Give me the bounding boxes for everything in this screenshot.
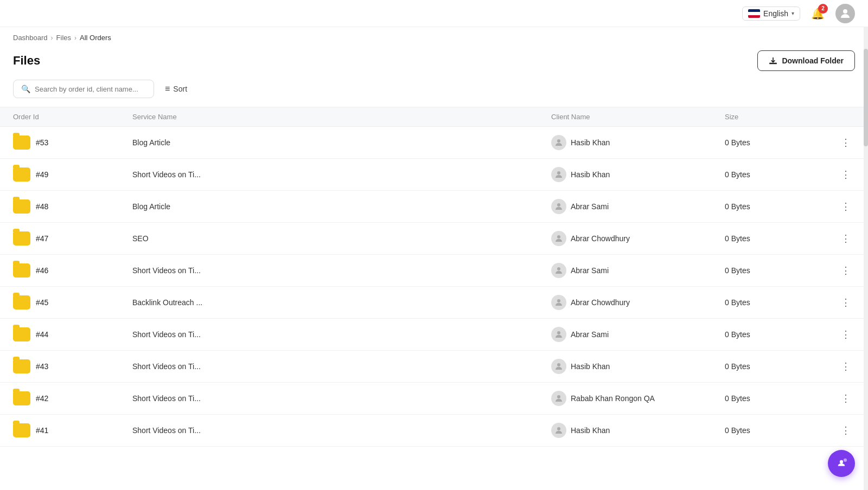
header-right: English ▾ 🔔 2 (742, 4, 855, 23)
col-order-id: Order Id (13, 113, 132, 121)
service-name: Short Videos on Ti... (132, 394, 551, 403)
client-name: Hasib Khan (571, 426, 610, 435)
table-row[interactable]: #43 Short Videos on Ti... Hasib Khan 0 B… (0, 351, 868, 383)
search-icon: 🔍 (21, 85, 30, 93)
size-cell: 0 Bytes (725, 362, 822, 371)
flag-icon (748, 9, 760, 18)
sort-icon: ≡ (165, 84, 170, 94)
sort-button[interactable]: ≡ Sort (163, 81, 189, 97)
toolbar: 🔍 ≡ Sort (0, 80, 868, 98)
action-cell: ⋮ (822, 294, 855, 311)
size-cell: 0 Bytes (725, 266, 822, 275)
table-row[interactable]: #46 Short Videos on Ti... Abrar Sami 0 B… (0, 255, 868, 287)
order-id-cell: #47 (13, 231, 132, 246)
language-label: English (763, 9, 788, 18)
client-name: Hasib Khan (571, 138, 610, 147)
language-selector[interactable]: English ▾ (742, 7, 800, 21)
client-name: Abrar Sami (571, 202, 609, 211)
order-id-cell: #48 (13, 199, 132, 214)
svg-point-1 (557, 139, 560, 143)
table-row[interactable]: #42 Short Videos on Ti... Rabab Khan Ron… (0, 383, 868, 415)
client-avatar (551, 423, 566, 438)
action-cell: ⋮ (822, 358, 855, 375)
client-cell: Hasib Khan (551, 359, 725, 374)
action-cell: ⋮ (822, 262, 855, 279)
notification-badge: 2 (818, 4, 828, 14)
more-actions-button[interactable]: ⋮ (837, 198, 855, 215)
download-folder-label: Download Folder (782, 56, 844, 65)
client-avatar (551, 135, 566, 150)
folder-icon (13, 295, 30, 310)
table-area: Order Id Service Name Client Name Size #… (0, 107, 868, 447)
client-cell: Abrar Sami (551, 263, 725, 278)
more-actions-button[interactable]: ⋮ (837, 230, 855, 247)
order-id: #44 (36, 330, 48, 339)
client-avatar (551, 295, 566, 310)
avatar[interactable] (835, 4, 855, 23)
sort-label: Sort (173, 85, 187, 93)
folder-icon (13, 423, 30, 437)
order-id-cell: #45 (13, 295, 132, 310)
col-size: Size (725, 113, 822, 121)
action-cell: ⋮ (822, 230, 855, 247)
size-cell: 0 Bytes (725, 170, 822, 179)
table-row[interactable]: #45 Backlink Outreach ... Abrar Chowdhur… (0, 287, 868, 319)
table-row[interactable]: #48 Blog Article Abrar Sami 0 Bytes ⋮ (0, 191, 868, 223)
col-service-name: Service Name (132, 113, 551, 121)
more-actions-button[interactable]: ⋮ (837, 358, 855, 375)
breadcrumb-sep-1: › (51, 34, 53, 42)
action-cell: ⋮ (822, 326, 855, 343)
service-name: Short Videos on Ti... (132, 266, 551, 275)
client-name: Abrar Sami (571, 330, 609, 339)
breadcrumb-dashboard[interactable]: Dashboard (13, 34, 48, 42)
more-actions-button[interactable]: ⋮ (837, 134, 855, 151)
download-folder-button[interactable]: Download Folder (757, 50, 855, 71)
order-id-cell: #44 (13, 327, 132, 341)
more-actions-button[interactable]: ⋮ (837, 390, 855, 407)
notification-button[interactable]: 🔔 2 (809, 5, 827, 22)
size-cell: 0 Bytes (725, 202, 822, 211)
more-actions-button[interactable]: ⋮ (837, 166, 855, 183)
table-row[interactable]: #41 Short Videos on Ti... Hasib Khan 0 B… (0, 415, 868, 447)
client-cell: Abrar Sami (551, 199, 725, 214)
folder-icon (13, 391, 30, 405)
action-cell: ⋮ (822, 422, 855, 439)
order-id: #45 (36, 298, 48, 307)
client-avatar (551, 327, 566, 342)
more-actions-button[interactable]: ⋮ (837, 326, 855, 343)
table-row[interactable]: #47 SEO Abrar Chowdhury 0 Bytes ⋮ (0, 223, 868, 255)
download-icon (769, 56, 777, 65)
order-id-cell: #49 (13, 167, 132, 182)
table-row[interactable]: #53 Blog Article Hasib Khan 0 Bytes ⋮ (0, 127, 868, 159)
action-cell: ⋮ (822, 198, 855, 215)
col-actions (822, 113, 855, 121)
scrollbar-track[interactable] (864, 27, 868, 447)
table-row[interactable]: #44 Short Videos on Ti... Abrar Sami 0 B… (0, 319, 868, 351)
more-actions-button[interactable]: ⋮ (837, 262, 855, 279)
table-row[interactable]: #49 Short Videos on Ti... Hasib Khan 0 B… (0, 159, 868, 191)
breadcrumb-files[interactable]: Files (56, 34, 71, 42)
table-header: Order Id Service Name Client Name Size (0, 107, 868, 127)
svg-point-4 (557, 235, 560, 238)
client-cell: Abrar Chowdhury (551, 295, 725, 310)
col-client-name: Client Name (551, 113, 725, 121)
client-name: Abrar Sami (571, 266, 609, 275)
page-title: Files (13, 54, 40, 68)
order-id: #42 (36, 394, 48, 403)
client-avatar (551, 231, 566, 246)
scrollbar-thumb[interactable] (864, 49, 868, 146)
service-name: Blog Article (132, 202, 551, 211)
more-actions-button[interactable]: ⋮ (837, 294, 855, 311)
service-name: Short Videos on Ti... (132, 426, 551, 435)
more-actions-button[interactable]: ⋮ (837, 422, 855, 439)
folder-icon (13, 199, 30, 214)
folder-icon (13, 359, 30, 373)
order-id-cell: #42 (13, 391, 132, 405)
breadcrumb: Dashboard › Files › All Orders (0, 27, 868, 46)
size-cell: 0 Bytes (725, 298, 822, 307)
client-name: Hasib Khan (571, 170, 610, 179)
action-cell: ⋮ (822, 166, 855, 183)
search-input[interactable] (35, 85, 146, 93)
action-cell: ⋮ (822, 390, 855, 407)
client-avatar (551, 263, 566, 278)
